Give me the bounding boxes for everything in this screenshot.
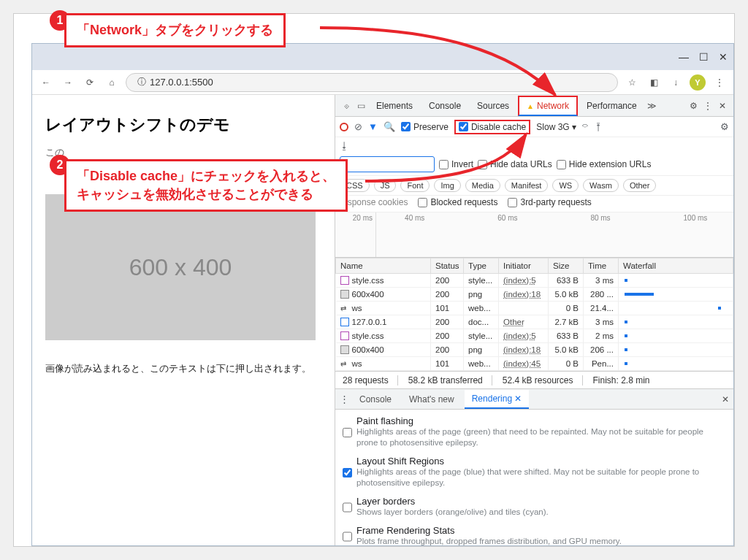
home-button[interactable]: ⌂ <box>104 74 120 91</box>
network-settings-icon[interactable]: ⚙ <box>720 121 729 132</box>
downloads-icon[interactable]: ↓ <box>668 74 684 91</box>
img-icon <box>340 345 349 354</box>
filter-pill-img[interactable]: Img <box>434 179 460 192</box>
table-row[interactable]: style.css200style...(index):5633 B3 ms <box>336 274 733 288</box>
hide-ext-urls-toggle[interactable]: Hide extension URLs <box>557 159 652 169</box>
reload-button[interactable]: ⟳ <box>82 74 98 91</box>
table-row[interactable]: 600x400200png(index):185.0 kB206 ... <box>336 343 733 357</box>
page-push-text: 画像が読み込まれると、このテキストは下に押し出されます。 <box>45 362 321 375</box>
disable-cache-toggle[interactable]: Disable cache <box>454 120 530 134</box>
maximize-button[interactable]: ☐ <box>699 51 709 63</box>
search-icon[interactable]: 🔍 <box>383 121 395 132</box>
filter-pill-ws[interactable]: WS <box>552 179 579 192</box>
drawer-tab-console[interactable]: Console <box>352 391 399 408</box>
wifi-icon[interactable]: ⌔ <box>582 121 588 132</box>
inspect-icon[interactable]: ⟐ <box>340 101 353 111</box>
filter-icon[interactable]: ▼ <box>368 121 378 132</box>
filter-pill-manifest[interactable]: Manifest <box>505 179 549 192</box>
preserve-log-toggle[interactable]: Preserve <box>401 122 449 132</box>
net-col-name[interactable]: Name <box>336 258 431 274</box>
rendering-checkbox[interactable] <box>343 497 352 518</box>
settings-icon[interactable]: ⚙ <box>687 101 700 111</box>
devtools-drawer: ⋮ Console What's new Rendering ✕ ✕ Paint… <box>335 389 733 545</box>
devtools-tab-bar: ⟐ ▭ Elements Console Sources Network Per… <box>335 95 733 117</box>
filter-pill-js[interactable]: JS <box>374 179 397 192</box>
blocked-requests-toggle[interactable]: Blocked requests <box>418 197 497 207</box>
network-filter-row: Invert Hide data URLs Hide extension URL… <box>335 153 733 176</box>
net-col-status[interactable]: Status <box>431 258 464 274</box>
device-toggle-icon[interactable]: ▭ <box>354 101 367 111</box>
tab-console[interactable]: Console <box>421 97 468 115</box>
devtools-close-icon[interactable]: ✕ <box>716 101 729 111</box>
rendering-checkbox[interactable] <box>343 526 352 545</box>
table-row[interactable]: 127.0.0.1200doc...Other2.7 kB3 ms <box>336 315 733 329</box>
more-tabs-icon[interactable]: ≫ <box>646 101 659 111</box>
tab-elements[interactable]: Elements <box>369 97 420 115</box>
tab-performance[interactable]: Performance <box>579 97 644 115</box>
rendering-checkbox[interactable] <box>343 417 352 448</box>
table-row[interactable]: 600x400200png(index):185.0 kB280 ... <box>336 288 733 302</box>
timeline-tick: 60 ms <box>497 214 517 222</box>
drawer-tab-bar: ⋮ Console What's new Rendering ✕ ✕ <box>335 389 733 410</box>
close-button[interactable]: ✕ <box>719 51 728 63</box>
filter-pill-media[interactable]: Media <box>465 179 500 192</box>
minimize-button[interactable]: — <box>679 51 689 63</box>
bookmark-star-icon[interactable]: ☆ <box>624 74 640 91</box>
table-row[interactable]: ws101web...0 B21.4... <box>336 302 733 315</box>
net-col-waterfall[interactable]: Waterfall <box>619 258 733 274</box>
network-timeline[interactable]: 20 ms 40 ms 60 ms 80 ms 100 ms <box>335 212 733 258</box>
ws-icon <box>340 359 349 368</box>
invert-toggle[interactable]: Invert <box>439 159 473 169</box>
rendering-option[interactable]: Frame Rendering StatsPlots frame through… <box>343 525 726 545</box>
drawer-tab-whatsnew[interactable]: What's new <box>402 391 462 408</box>
forward-button[interactable]: → <box>60 74 76 91</box>
download-har-icon[interactable]: ⭳ <box>340 140 349 151</box>
network-sub-filters: response cookies Blocked requests 3rd-pa… <box>335 196 733 212</box>
summary-transferred: 58.2 kB transferred <box>408 375 492 386</box>
img-icon <box>340 290 349 299</box>
more-menu-icon[interactable]: ⋮ <box>701 101 714 111</box>
extensions-icon[interactable]: ◧ <box>646 74 662 91</box>
tab-sources[interactable]: Sources <box>470 97 516 115</box>
timeline-tick: 80 ms <box>590 214 610 222</box>
menu-button[interactable]: ⋮ <box>711 74 728 91</box>
profile-avatar[interactable]: Y <box>690 74 706 91</box>
table-row[interactable]: ws101web...(index):450 BPen... <box>336 357 733 371</box>
net-col-time[interactable]: Time <box>584 258 619 274</box>
net-col-initiator[interactable]: Initiator <box>499 258 549 274</box>
rendering-option[interactable]: Layout Shift RegionsHighlights areas of … <box>343 456 726 488</box>
css-icon <box>340 331 349 340</box>
drawer-tab-rendering[interactable]: Rendering ✕ <box>465 390 530 409</box>
annotation-callout-2: 「Disable cache」にチェックを入れると、 キャッシュを無効化させるこ… <box>64 159 348 212</box>
network-filter-input[interactable] <box>340 156 435 172</box>
net-col-size[interactable]: Size <box>549 258 584 274</box>
upload-har-icon[interactable]: ⭱ <box>594 121 603 132</box>
filter-pill-wasm[interactable]: Wasm <box>583 179 619 192</box>
tab-network[interactable]: Network <box>518 96 578 116</box>
filter-pill-font[interactable]: Font <box>400 179 430 192</box>
clear-icon[interactable]: ⊘ <box>354 121 362 132</box>
net-col-type[interactable]: Type <box>464 258 499 274</box>
devtools-panel: ⟐ ▭ Elements Console Sources Network Per… <box>335 95 733 545</box>
third-party-toggle[interactable]: 3rd-party requests <box>508 197 591 207</box>
drawer-close-icon[interactable]: ✕ <box>722 394 729 404</box>
timeline-tick: 100 ms <box>684 214 708 222</box>
summary-finish: Finish: 2.8 min <box>593 375 659 386</box>
rendering-option[interactable]: Layer bordersShows layer borders (orange… <box>343 496 726 518</box>
record-button[interactable] <box>340 123 348 131</box>
window-titlebar: — ☐ ✕ <box>32 44 733 70</box>
table-row[interactable]: style.css200style...(index):5633 B2 ms <box>336 329 733 343</box>
placeholder-image: 600 x 400 <box>45 194 316 340</box>
site-info-icon[interactable]: ⓘ <box>134 74 150 91</box>
hide-data-urls-toggle[interactable]: Hide data URLs <box>478 159 552 169</box>
back-button[interactable]: ← <box>38 74 54 91</box>
url-input[interactable] <box>150 77 610 88</box>
timeline-tick: 40 ms <box>405 214 424 222</box>
rendering-option[interactable]: Paint flashingHighlights areas of the pa… <box>343 415 726 448</box>
rendering-checkbox[interactable] <box>343 457 352 488</box>
network-request-table[interactable]: NameStatusTypeInitiatorSizeTimeWaterfall… <box>335 258 733 372</box>
drawer-menu-icon[interactable]: ⋮ <box>340 394 349 404</box>
filter-pill-other[interactable]: Other <box>623 179 657 192</box>
page-title: レイアウトシフトのデモ <box>45 114 321 136</box>
throttling-select[interactable]: Slow 3G ▾ <box>536 122 576 132</box>
